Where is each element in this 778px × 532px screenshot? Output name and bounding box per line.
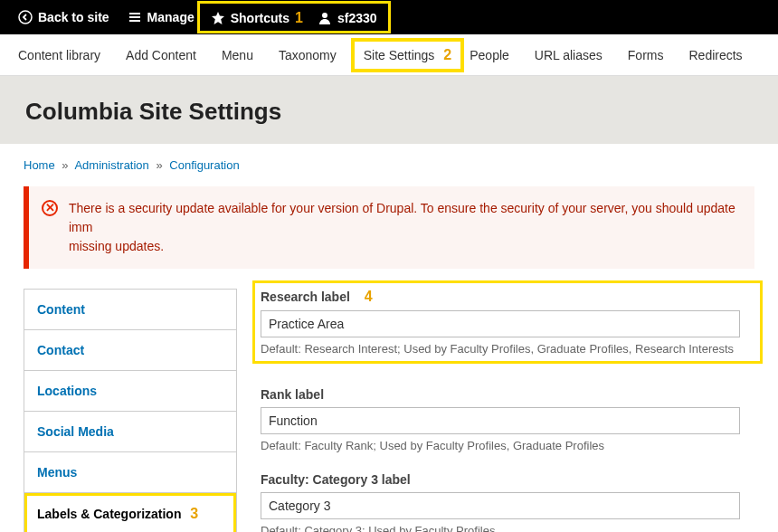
breadcrumb-sep: » <box>62 158 68 172</box>
security-alert: ✕ There is a security update available f… <box>24 186 754 269</box>
research-field-highlight: Research label 4 Default: Research Inter… <box>252 280 763 364</box>
research-label-input[interactable] <box>261 310 740 337</box>
page-header: Columbia Site Settings <box>0 76 778 144</box>
tab-labels-categorization[interactable]: Labels & Categorization 3 <box>24 493 236 532</box>
category3-label-field: Faculty: Category 3 label Default: Categ… <box>261 472 754 532</box>
back-arrow-icon <box>18 10 33 24</box>
breadcrumb-config[interactable]: Configuration <box>169 158 239 172</box>
tab-menus[interactable]: Menus <box>24 452 236 493</box>
shortcuts-user-group-highlight: Shortcuts 1 sf2330 <box>197 1 391 33</box>
manage-link[interactable]: Manage <box>119 0 204 34</box>
page-title: Columbia Site Settings <box>25 98 753 126</box>
tab-contact[interactable]: Contact <box>24 330 236 371</box>
user-icon <box>318 11 332 25</box>
category3-label-title: Faculty: Category 3 label <box>261 472 754 487</box>
user-label: sf2330 <box>337 11 377 25</box>
tab-locations[interactable]: Locations <box>24 371 236 412</box>
main-columns: Content Contact Locations Social Media M… <box>24 289 754 532</box>
back-to-site-link[interactable]: Back to site <box>9 0 119 34</box>
user-link[interactable]: sf2330 <box>310 6 384 29</box>
tab-labels-categorization-label: Labels & Categorization <box>37 507 181 521</box>
tab-content[interactable]: Content <box>24 290 236 330</box>
shortcuts-label: Shortcuts <box>231 11 289 25</box>
menu-url-aliases[interactable]: URL aliases <box>522 34 615 75</box>
annotation-3: 3 <box>190 506 198 521</box>
alert-text: There is a security update available for… <box>69 201 735 253</box>
admin-toolbar: Back to site Manage Shortcuts 1 sf2330 <box>0 0 778 34</box>
category3-label-desc: Default: Category 3; Used by Faculty Pro… <box>261 524 754 532</box>
rank-label-input[interactable] <box>261 407 740 434</box>
settings-tabs: Content Contact Locations Social Media M… <box>24 289 237 532</box>
annotation-2: 2 <box>443 47 451 63</box>
shortcuts-link[interactable]: Shortcuts 1 <box>204 6 310 29</box>
breadcrumb-sep: » <box>156 158 162 172</box>
research-label-text: Research label <box>261 290 350 304</box>
menu-content-library[interactable]: Content library <box>5 34 113 75</box>
category3-label-input[interactable] <box>261 492 740 519</box>
menu-taxonomy[interactable]: Taxonomy <box>266 34 349 75</box>
rank-label-desc: Default: Faculty Rank; Used by Faculty P… <box>261 439 754 452</box>
menu-redirects[interactable]: Redirects <box>676 34 754 75</box>
back-to-site-label: Back to site <box>38 10 109 24</box>
site-settings-highlight: Site Settings 2 <box>351 38 465 72</box>
research-label-field: Research label 4 Default: Research Inter… <box>261 289 754 356</box>
rank-label-title: Rank label <box>261 387 754 402</box>
breadcrumb-home[interactable]: Home <box>24 158 55 172</box>
manage-label: Manage <box>147 10 194 24</box>
menu-add-content[interactable]: Add Content <box>113 34 209 75</box>
annotation-4: 4 <box>365 289 373 304</box>
breadcrumb: Home » Administration » Configuration <box>24 158 754 172</box>
research-label-title: Research label 4 <box>261 289 754 305</box>
research-label-desc: Default: Research Interest; Used by Facu… <box>261 342 754 356</box>
tab-social-media[interactable]: Social Media <box>24 412 236 452</box>
annotation-1: 1 <box>295 10 303 26</box>
content-region: Home » Administration » Configuration ✕ … <box>0 144 778 532</box>
settings-panel: Research label 4 Default: Research Inter… <box>261 289 754 532</box>
rank-label-field: Rank label Default: Faculty Rank; Used b… <box>261 387 754 452</box>
menu-people[interactable]: People <box>466 34 522 75</box>
admin-menu: Content library Add Content Menu Taxonom… <box>0 34 778 76</box>
star-icon <box>211 11 225 25</box>
error-icon: ✕ <box>42 200 58 216</box>
menu-icon <box>128 10 142 24</box>
svg-point-0 <box>19 11 32 24</box>
menu-menu[interactable]: Menu <box>209 34 266 75</box>
svg-point-1 <box>322 13 327 18</box>
menu-site-settings[interactable]: Site Settings <box>364 48 435 62</box>
menu-forms[interactable]: Forms <box>615 34 677 75</box>
breadcrumb-admin[interactable]: Administration <box>74 158 148 172</box>
